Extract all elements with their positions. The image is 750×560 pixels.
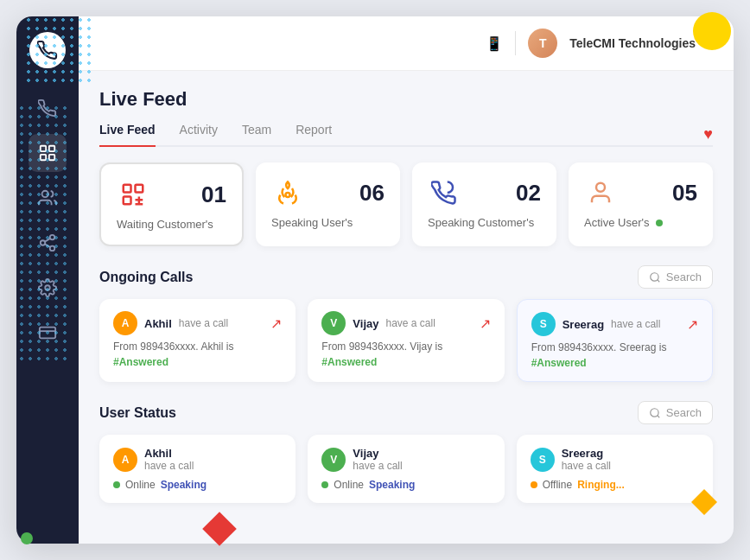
vijay-from: From 989436xxxx. Vijay is [321, 340, 490, 353]
svg-point-21 [651, 272, 658, 280]
vijay-answered: #Answered [321, 356, 490, 368]
user-status-akhil: A Akhil have a call Online Speaking [99, 435, 296, 503]
decorative-dots-left [17, 104, 69, 363]
svg-point-23 [651, 408, 658, 416]
active-dot [656, 220, 663, 226]
vijay-avatar: V [321, 311, 346, 335]
us-akhil-sub: have a call [144, 460, 194, 472]
us-sreerag-avatar: S [531, 448, 555, 472]
header-phone-icon: 📱 [486, 35, 503, 52]
sreerag-status: have a call [611, 318, 660, 330]
svg-rect-13 [124, 185, 131, 193]
akhil-avatar: A [113, 311, 137, 335]
akhil-online-dot [113, 481, 120, 488]
call-card-vijay: V Vijay have a call ↗ From 989436xxxx. V… [308, 299, 504, 382]
ongoing-calls-header: Ongoing Calls Search [99, 265, 713, 289]
akhil-status: have a call [179, 317, 228, 329]
sreerag-status-label: Offline [543, 479, 572, 491]
call-card-akhil: A Akhil have a call ↗ From 989436xxxx. A… [99, 299, 296, 382]
user-status-title: User Status [99, 405, 176, 421]
header-divider [515, 31, 516, 55]
user-status-header: User Status Search [99, 401, 713, 424]
waiting-number: 01 [201, 181, 226, 208]
vijay-online-dot [321, 481, 328, 488]
sreerag-answered: #Answered [531, 357, 698, 369]
ongoing-call-cards: A Akhil have a call ↗ From 989436xxxx. A… [99, 299, 713, 382]
us-sreerag-sub: have a call [562, 460, 611, 472]
speaking-customers-number: 02 [516, 180, 541, 207]
us-akhil-name: Akhil [144, 447, 194, 460]
speaking-user-icon [271, 176, 304, 209]
svg-point-19 [286, 193, 290, 197]
decorative-dot-green [21, 532, 33, 544]
us-akhil-avatar: A [113, 448, 137, 472]
vijay-name: Vijay [353, 317, 378, 330]
waiting-label: Waiting Customer's [117, 218, 226, 231]
speaking-customer-icon [428, 176, 461, 209]
svg-line-22 [658, 279, 660, 282]
speaking-customers-label: Speaking Customer's [428, 216, 541, 229]
page-title: Live Feed [99, 88, 713, 111]
svg-line-24 [658, 415, 660, 417]
akhil-status-label: Online [125, 479, 156, 491]
akhil-name: Akhil [144, 317, 172, 330]
sreerag-call-arrow: ↗ [687, 316, 698, 333]
us-vijay-sub: have a call [353, 460, 402, 472]
user-status-cards: A Akhil have a call Online Speaking [99, 435, 713, 503]
akhil-answered: #Answered [113, 356, 282, 368]
svg-rect-15 [124, 197, 131, 205]
ongoing-search-placeholder: Search [666, 270, 702, 283]
speaking-users-number: 06 [359, 180, 385, 207]
speaking-users-label: Speaking User's [271, 216, 385, 229]
main-window: 📱 T TeleCMI Technologies ▾ Live Feed Liv… [16, 16, 734, 544]
vijay-status-action: Speaking [369, 479, 415, 491]
us-vijay-avatar: V [321, 448, 346, 472]
vijay-status-label: Online [334, 479, 364, 491]
stat-card-speaking-customers: 02 Speaking Customer's [412, 162, 556, 246]
sreerag-avatar: S [531, 312, 556, 336]
waiting-icon [117, 178, 149, 211]
akhil-status-action: Speaking [161, 479, 207, 491]
active-users-label: Active User's [584, 216, 697, 229]
vijay-status: have a call [385, 317, 435, 329]
search-icon [649, 271, 661, 283]
ongoing-calls-search[interactable]: Search [638, 265, 713, 289]
svg-rect-14 [136, 185, 143, 193]
header-company-name: TeleCMI Technologies [569, 36, 696, 50]
search-icon-2 [649, 407, 661, 419]
header-avatar: T [528, 29, 557, 58]
tabs-bar: Live Feed Activity Team Report ♥ [99, 123, 713, 147]
svg-point-20 [596, 183, 605, 192]
stat-cards-grid: 01 Waiting Customer's [99, 162, 713, 246]
vijay-call-arrow: ↗ [480, 315, 491, 332]
tab-team[interactable]: Team [242, 123, 271, 147]
decorative-circle-yellow [693, 12, 731, 50]
heart-icon: ♥ [703, 125, 713, 143]
stat-card-speaking-users: 06 Speaking User's [256, 162, 400, 246]
stat-card-active-users: 05 Active User's [569, 162, 713, 246]
tab-live-feed[interactable]: Live Feed [99, 123, 156, 147]
call-card-sreerag: S Sreerag have a call ↗ From 989436xxxx.… [517, 299, 713, 382]
akhil-call-arrow: ↗ [270, 315, 282, 332]
main-content: 📱 T TeleCMI Technologies ▾ Live Feed Liv… [79, 16, 734, 544]
sreerag-name: Sreerag [562, 318, 604, 331]
user-status-vijay: V Vijay have a call Online Speaking [308, 435, 504, 503]
user-status-sreerag: S Sreerag have a call Offline Ringing... [517, 435, 713, 503]
stat-card-waiting: 01 Waiting Customer's [99, 162, 244, 246]
sreerag-status-action: Ringing... [577, 479, 625, 491]
tab-activity[interactable]: Activity [180, 123, 218, 147]
us-vijay-name: Vijay [353, 447, 402, 460]
user-status-search-placeholder: Search [666, 406, 702, 419]
active-user-icon [584, 176, 617, 209]
page-body: Live Feed Live Feed Activity Team Report… [79, 71, 734, 544]
sreerag-from: From 989436xxxx. Sreerag is [531, 341, 698, 353]
ongoing-calls-title: Ongoing Calls [99, 270, 193, 285]
header: 📱 T TeleCMI Technologies ▾ [79, 16, 734, 71]
decorative-dots-topleft [24, 16, 93, 85]
tab-report[interactable]: Report [296, 123, 332, 147]
us-sreerag-name: Sreerag [562, 447, 611, 460]
sreerag-online-dot [531, 481, 537, 488]
user-status-search[interactable]: Search [638, 401, 713, 424]
akhil-from: From 989436xxxx. Akhil is [113, 340, 282, 353]
tabs-left: Live Feed Activity Team Report [99, 123, 332, 145]
